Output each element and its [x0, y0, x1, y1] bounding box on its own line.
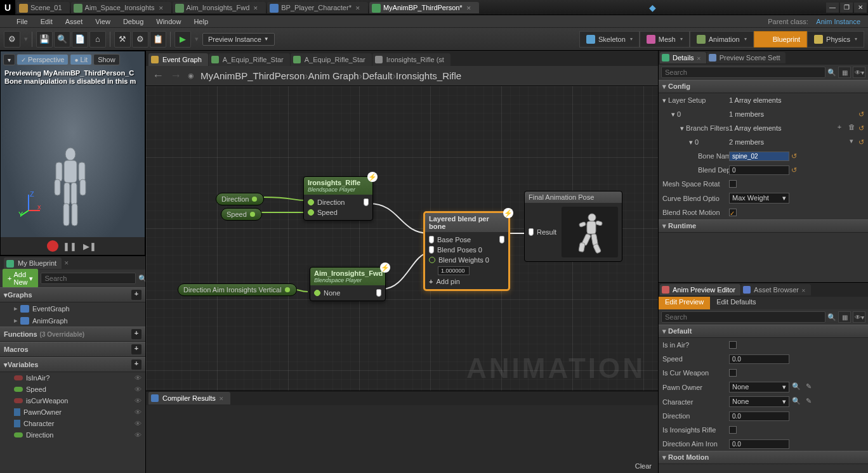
visibility-filter-button[interactable]: 👁▾: [853, 67, 865, 78]
default-section[interactable]: Default: [659, 325, 868, 338]
menu-help[interactable]: Help: [187, 16, 214, 27]
find-button[interactable]: 🔍: [54, 31, 70, 48]
breadcrumb-item[interactable]: Anim Graph: [308, 70, 359, 81]
title-tab[interactable]: BP_Player_Character*✕: [267, 2, 368, 13]
play-button[interactable]: ▶: [174, 31, 191, 48]
graph-tab[interactable]: A_Equip_Rifle_Star: [209, 53, 290, 66]
output-pin-pose[interactable]: [499, 236, 504, 243]
maximize-button[interactable]: ❐: [840, 3, 853, 13]
graphs-section[interactable]: ▾Graphs+: [0, 287, 145, 302]
show-button[interactable]: Show: [93, 54, 120, 65]
tree-item-variable[interactable]: Speed👁: [0, 384, 145, 395]
visibility-icon[interactable]: 👁: [135, 408, 141, 416]
title-tab[interactable]: Aim_Space_Ironsights✕: [71, 2, 171, 13]
asset-browser-tab[interactable]: Asset Browser✕: [741, 284, 811, 295]
perspective-button[interactable]: ✓ Perspective: [16, 54, 69, 65]
minimize-button[interactable]: —: [826, 3, 839, 13]
class-defaults-button[interactable]: ⚙: [132, 31, 148, 48]
graph-tab[interactable]: Ironsights_Rifle (st: [372, 53, 450, 66]
is-cur-weapon-checkbox[interactable]: [729, 369, 737, 377]
input-pin[interactable]: [429, 257, 435, 263]
runtime-section[interactable]: Runtime: [659, 219, 868, 233]
blend-depth-input[interactable]: [729, 165, 789, 175]
curve-blend-dropdown[interactable]: Max Weight▾: [729, 193, 789, 204]
character-dropdown[interactable]: None▾: [729, 396, 789, 407]
add-element-button[interactable]: +: [834, 123, 845, 133]
nav-forward-button[interactable]: →: [170, 69, 181, 82]
title-tab[interactable]: Aim_Ironsights_Fwd✕: [173, 2, 266, 13]
mode-tab-animation[interactable]: Animation▾: [690, 31, 754, 48]
input-pin-pose[interactable]: [429, 236, 434, 243]
node-ironsights-rifle[interactable]: ⚡ Ironsights_RifleBlendspace Player Dire…: [303, 176, 373, 221]
menu-file[interactable]: File: [10, 16, 34, 27]
macros-section[interactable]: Macros+: [0, 342, 145, 357]
output-pin[interactable]: [250, 212, 255, 217]
breadcrumb-item[interactable]: Default: [362, 70, 393, 81]
viewport-options-button[interactable]: ▾: [3, 54, 15, 65]
marketplace-icon[interactable]: ◆: [644, 3, 661, 13]
close-button[interactable]: ✕: [854, 3, 867, 13]
menu-edit[interactable]: Edit: [34, 16, 59, 27]
output-pin[interactable]: [285, 287, 290, 292]
input-pin[interactable]: [308, 209, 314, 216]
output-pin-pose[interactable]: [364, 198, 369, 206]
speed-input[interactable]: [729, 354, 789, 364]
mode-tab-blueprint[interactable]: Blueprint: [754, 31, 807, 48]
add-new-button[interactable]: + Add New ▾: [3, 269, 38, 288]
visibility-icon[interactable]: 👁: [135, 397, 141, 405]
simulation-button[interactable]: 📋: [150, 31, 166, 48]
output-pin[interactable]: [252, 197, 257, 202]
visibility-icon[interactable]: 👁: [135, 420, 141, 427]
tree-item[interactable]: ▸EventGraph: [0, 302, 145, 314]
reset-icon[interactable]: ↺: [858, 124, 864, 133]
add-graph-button[interactable]: +: [131, 290, 141, 300]
preview-search-input[interactable]: [661, 311, 825, 323]
edit-preview-tab[interactable]: Edit Preview: [659, 297, 710, 309]
details-tab[interactable]: Details✕: [660, 52, 706, 63]
browse-icon[interactable]: 🔍: [791, 397, 801, 407]
tree-item-variable[interactable]: PawnOwner👁: [0, 406, 145, 418]
menu-window[interactable]: Window: [150, 16, 187, 27]
edit-icon[interactable]: ✎: [803, 397, 813, 407]
visibility-icon[interactable]: 👁: [135, 374, 141, 382]
pawn-owner-dropdown[interactable]: None▾: [729, 382, 789, 392]
nav-back-button[interactable]: ←: [152, 69, 164, 82]
tree-item-variable[interactable]: Character👁: [0, 418, 145, 429]
matrix-view-button[interactable]: ▦: [838, 311, 851, 323]
add-function-button[interactable]: +: [131, 329, 141, 339]
reset-icon[interactable]: ↺: [858, 110, 864, 119]
compiler-results-tab[interactable]: Compiler Results✕: [148, 392, 230, 405]
preview-viewport[interactable]: ▾ ✓ Perspective ● Lit Show Previewing My…: [0, 51, 145, 256]
graph-tab[interactable]: A_Equip_Rifle_Star: [291, 53, 372, 66]
reset-icon[interactable]: ↺: [791, 152, 797, 160]
graph-tab[interactable]: Event Graph: [148, 53, 208, 66]
expand-button[interactable]: ▾: [846, 137, 857, 147]
menu-asset[interactable]: Asset: [59, 16, 89, 27]
step-button[interactable]: ▶❚: [81, 242, 98, 251]
anim-preview-editor-tab[interactable]: Anim Preview Editor: [660, 284, 740, 295]
menu-debug[interactable]: Debug: [117, 16, 150, 27]
tree-item-variable[interactable]: isCurWeapon👁: [0, 395, 145, 406]
variable-node-aim-vertical[interactable]: Direction Aim Ironsights Vertical: [178, 283, 297, 296]
title-tab[interactable]: MyAnimBP_ThirdPerson*✕: [369, 2, 479, 13]
edit-defaults-tab[interactable]: Edit Defaults: [710, 297, 762, 309]
input-pin-pose[interactable]: [429, 246, 434, 254]
bone-name-input[interactable]: [729, 152, 789, 161]
input-pin[interactable]: [314, 290, 320, 296]
clear-button[interactable]: Clear: [635, 462, 652, 470]
output-pin-pose[interactable]: [376, 289, 381, 297]
delete-element-button[interactable]: 🗑: [846, 123, 857, 133]
matrix-view-button[interactable]: ▦: [838, 67, 851, 78]
title-tab[interactable]: Scene_01: [16, 2, 70, 13]
breadcrumb-item[interactable]: MyAnimBP_ThirdPerson: [201, 70, 305, 81]
variable-node-direction[interactable]: Direction: [216, 193, 264, 205]
functions-section[interactable]: Functions (3 Overridable)+: [0, 327, 145, 342]
input-pin-pose[interactable]: [529, 228, 534, 236]
compile-button[interactable]: ⚙: [4, 31, 20, 48]
close-icon[interactable]: ✕: [64, 260, 69, 266]
node-aim-ironsights-fwd[interactable]: ⚡ Aim_Ironsights_FwdBlendspace Player No…: [310, 267, 386, 301]
save-button[interactable]: 💾: [36, 31, 53, 48]
reset-icon[interactable]: ↺: [791, 166, 797, 174]
pause-button[interactable]: ❚❚: [61, 242, 79, 251]
visibility-icon[interactable]: 👁: [135, 431, 141, 439]
